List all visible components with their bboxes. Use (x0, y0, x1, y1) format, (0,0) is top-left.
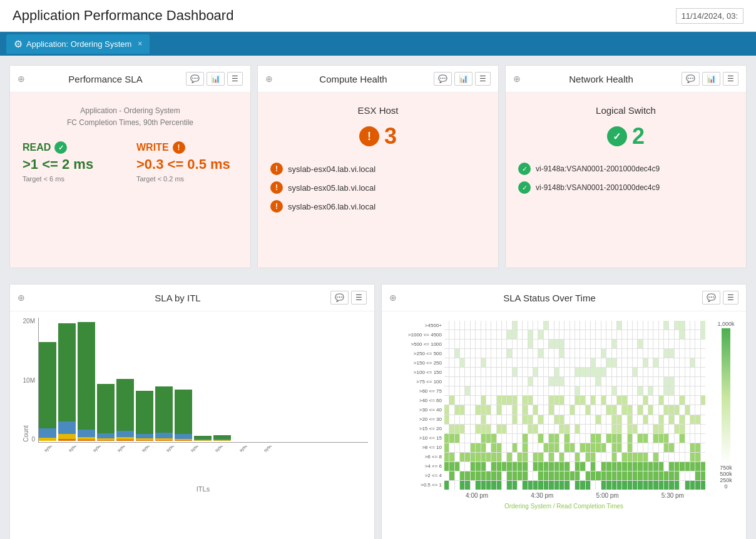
menu-icon-btn-sla-itl[interactable]: ☰ (351, 291, 367, 305)
heatmap-cell (675, 453, 679, 461)
bar-group-7[interactable] (175, 390, 192, 441)
compute-icons: 💬 📊 ☰ (434, 72, 491, 86)
heatmap-y-label-7: >60 <= 75 (388, 388, 442, 394)
heatmap-cell (659, 321, 663, 330)
heatmap-cell (538, 434, 543, 443)
heatmap-cell (596, 340, 600, 348)
perf-subtitle-line2: FC Completion Times, 90th Percentile (67, 118, 193, 127)
drag-handle-network[interactable]: ⊕ (513, 74, 521, 84)
heatmap-cell (659, 425, 663, 433)
bar-group-5[interactable] (136, 391, 153, 441)
tab-ordering-system[interactable]: ⚙ Application: Ordering System × (6, 34, 150, 54)
heatmap-cell (513, 349, 517, 358)
network-header: ⊕ Network Health 💬 📊 ☰ (506, 66, 746, 93)
heatmap-cell (606, 415, 611, 424)
x-label-9: syslab-esx04-hba3:vmax1955_1D5:13 (263, 446, 278, 453)
chart-icon-btn-network[interactable]: 📊 (702, 72, 720, 86)
heatmap-cell (491, 386, 496, 395)
heatmap-x-label-0: 4:00 pm (466, 492, 488, 499)
heatmap-cell (444, 386, 449, 395)
heatmap-cell (523, 321, 527, 330)
heatmap-cell (628, 321, 632, 330)
heatmap-cell (533, 358, 538, 367)
heatmap-cell (444, 330, 449, 339)
heatmap-cell (465, 415, 469, 424)
heatmap-cell (596, 453, 600, 461)
bar-group-2[interactable] (78, 322, 95, 441)
tab-close-button[interactable]: × (138, 39, 142, 48)
heatmap-cell (528, 481, 533, 490)
heatmap-cell (685, 434, 690, 443)
chart-icon-btn-perf[interactable]: 📊 (207, 72, 225, 86)
drag-handle-perf[interactable]: ⊕ (18, 74, 25, 84)
heatmap-cell (695, 377, 700, 386)
comment-icon-btn-compute[interactable]: 💬 (434, 72, 452, 86)
heatmap-cell (497, 481, 501, 490)
heatmap-cell (653, 415, 658, 424)
top-panel-grid: ⊕ Performance SLA 💬 📊 ☰ Application - Or… (0, 56, 756, 278)
heatmap-cell (612, 462, 616, 471)
heatmap-cell (497, 330, 501, 339)
heatmap-cell (575, 471, 580, 480)
menu-icon-btn-network[interactable]: ☰ (723, 72, 738, 86)
bar-group-3[interactable] (97, 384, 115, 441)
bar-group-8[interactable] (194, 436, 212, 441)
heatmap-cell (580, 358, 585, 367)
bar-group-0[interactable] (39, 342, 56, 441)
heatmap-cell (460, 349, 464, 358)
heatmap-cell (554, 415, 559, 424)
heatmap-cell (606, 471, 611, 480)
comment-icon-btn-network[interactable]: 💬 (682, 72, 700, 86)
menu-icon-btn-compute[interactable]: ☰ (475, 72, 491, 86)
heatmap-cell (575, 349, 580, 358)
bar-group-1[interactable] (58, 323, 76, 441)
bar-group-9[interactable] (213, 435, 231, 441)
switch1-name: vi-9148a:VSAN0001-2001000dec4c9 (536, 164, 660, 173)
drag-handle-sla-itl[interactable]: ⊕ (18, 293, 25, 303)
heatmap-cell (575, 377, 580, 386)
heatmap-cell (523, 386, 527, 395)
heatmap-cell (606, 405, 611, 414)
heatmap-cell (471, 340, 475, 348)
comment-icon-btn-sla-time[interactable]: 💬 (702, 291, 720, 305)
heatmap-cell (465, 481, 469, 490)
heatmap-cell (701, 415, 705, 424)
bar-green-5 (136, 391, 153, 434)
heatmap-cell (606, 340, 611, 348)
heatmap-cell (444, 415, 449, 424)
heatmap-cell (476, 377, 480, 386)
heatmap-cell (554, 471, 559, 480)
heatmap-cell (476, 471, 480, 480)
drag-handle-compute[interactable]: ⊕ (265, 74, 273, 84)
heatmap-cell (444, 340, 449, 348)
heatmap-cell (513, 358, 517, 367)
menu-icon-btn-sla-time[interactable]: ☰ (723, 291, 738, 305)
compute-title: Compute Health (273, 74, 434, 84)
heatmap-cell (643, 415, 648, 424)
heatmap-cell (544, 443, 548, 452)
heatmap-cell (622, 330, 626, 339)
heatmap-cell (659, 453, 663, 461)
bar-group-6[interactable] (155, 386, 173, 441)
chart-icon-btn-compute[interactable]: 📊 (454, 72, 472, 86)
heatmap-cell (575, 405, 580, 414)
heatmap-cell (460, 471, 464, 480)
heatmap-cell (564, 396, 569, 405)
menu-icon-btn-perf[interactable]: ☰ (227, 72, 243, 86)
heatmap-cell (601, 349, 606, 358)
heatmap-cell (601, 462, 606, 471)
heatmap-cell (622, 321, 626, 330)
heatmap-cell (612, 415, 616, 424)
comment-icon-btn-sla-itl[interactable]: 💬 (330, 291, 349, 305)
heatmap-cell (638, 396, 642, 405)
heatmap-cell (502, 321, 506, 330)
heatmap-cell (695, 396, 700, 405)
comment-icon-btn-perf[interactable]: 💬 (186, 72, 204, 86)
bar-group-4[interactable] (116, 379, 134, 441)
app-tab-icon: ⚙ (14, 38, 23, 50)
heatmap-cell (513, 453, 517, 461)
heatmap-cell (559, 340, 564, 348)
drag-handle-sla-time[interactable]: ⊕ (389, 293, 397, 303)
heatmap-cell (580, 368, 585, 376)
heatmap-cell (675, 415, 679, 424)
